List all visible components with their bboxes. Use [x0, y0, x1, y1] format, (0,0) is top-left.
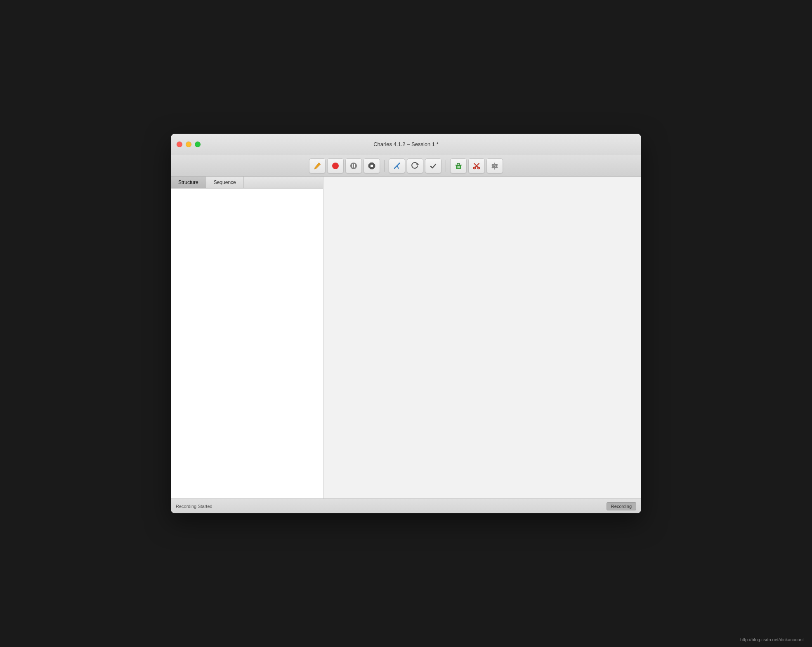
status-text: Recording Started — [176, 504, 212, 509]
tab-sequence[interactable]: Sequence — [206, 177, 244, 188]
refresh-icon — [411, 162, 419, 170]
svg-line-6 — [397, 166, 399, 168]
compose-button[interactable] — [389, 158, 405, 173]
svg-rect-1 — [352, 164, 353, 168]
sidebar: Structure Sequence — [171, 177, 323, 498]
detail-panel — [323, 177, 641, 498]
traffic-lights — [177, 142, 201, 147]
compose-icon — [393, 162, 401, 170]
watermark: http://blog.csdn.net/dickaccount — [740, 637, 804, 642]
stop-icon — [368, 162, 375, 170]
maximize-button[interactable] — [195, 142, 201, 147]
svg-rect-10 — [457, 163, 460, 165]
svg-point-7 — [399, 163, 400, 164]
toolbar-separator-2 — [446, 160, 446, 172]
title-bar: Charles 4.1.2 – Session 1 * — [171, 134, 641, 155]
basket-icon — [454, 162, 463, 170]
close-button[interactable] — [177, 142, 182, 147]
pen-icon — [313, 162, 321, 170]
pen-button[interactable] — [309, 158, 326, 173]
tab-structure[interactable]: Structure — [171, 177, 206, 188]
clear-button[interactable] — [450, 158, 467, 173]
window-title: Charles 4.1.2 – Session 1 * — [373, 141, 439, 147]
tools-button[interactable] — [468, 158, 485, 173]
sidebar-content — [171, 189, 323, 498]
svg-rect-4 — [371, 165, 373, 167]
status-bar: Recording Started Recording — [171, 498, 641, 513]
minimize-button[interactable] — [186, 142, 191, 147]
refresh-button[interactable] — [407, 158, 423, 173]
stop-button[interactable] — [364, 158, 380, 173]
record-icon — [332, 163, 339, 169]
main-content: Structure Sequence — [171, 177, 641, 498]
gear-icon — [491, 162, 499, 170]
record-button[interactable] — [327, 158, 344, 173]
main-window: Charles 4.1.2 – Session 1 * — [171, 134, 641, 513]
toolbar — [171, 155, 641, 177]
svg-point-0 — [350, 163, 357, 169]
toolbar-separator-1 — [384, 160, 385, 172]
pause-button[interactable] — [345, 158, 362, 173]
validate-button[interactable] — [425, 158, 441, 173]
tab-bar: Structure Sequence — [171, 177, 323, 189]
pause-icon — [349, 162, 358, 170]
svg-rect-2 — [354, 164, 355, 168]
check-icon — [429, 162, 437, 170]
scissors-icon — [472, 162, 481, 170]
settings-button[interactable] — [486, 158, 503, 173]
recording-badge: Recording — [607, 502, 636, 510]
